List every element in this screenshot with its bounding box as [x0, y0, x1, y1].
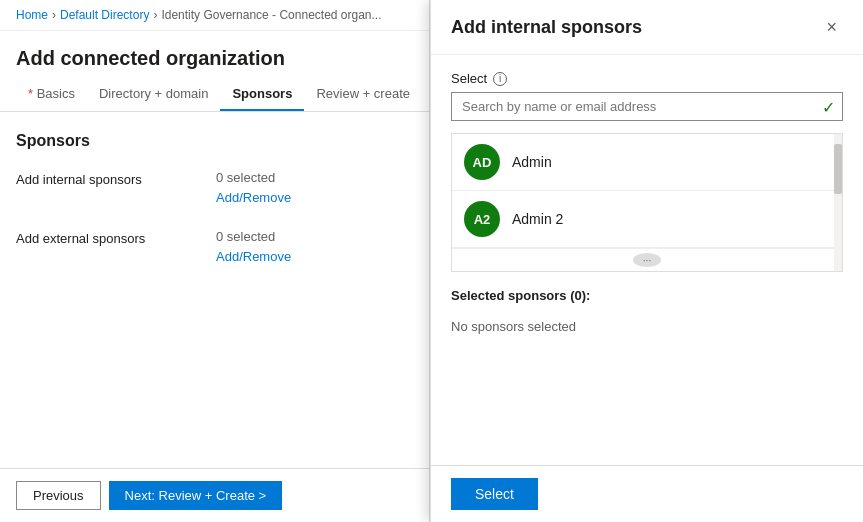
- tab-sponsors[interactable]: Sponsors: [220, 78, 304, 111]
- breadcrumb-sep1: ›: [52, 8, 56, 22]
- previous-button[interactable]: Previous: [16, 481, 101, 510]
- next-button[interactable]: Next: Review + Create >: [109, 481, 283, 510]
- list-scrollbar[interactable]: [834, 134, 842, 271]
- breadcrumb-sep2: ›: [153, 8, 157, 22]
- panel-title: Add internal sponsors: [451, 17, 642, 38]
- user-item-admin2[interactable]: A2 Admin 2: [452, 191, 842, 248]
- breadcrumb: Home › Default Directory › Identity Gove…: [0, 0, 429, 31]
- internal-sponsors-info: 0 selected Add/Remove: [216, 170, 413, 205]
- close-button[interactable]: ×: [820, 16, 843, 38]
- search-check-icon: ✓: [822, 97, 835, 116]
- internal-sponsors-label: Add internal sponsors: [16, 170, 216, 187]
- page-footer: Previous Next: Review + Create >: [0, 468, 429, 522]
- internal-sponsors-row: Add internal sponsors 0 selected Add/Rem…: [16, 170, 413, 205]
- main-page: Home › Default Directory › Identity Gove…: [0, 0, 430, 522]
- list-scrollbar-thumb: [834, 144, 842, 194]
- no-sponsors-text: No sponsors selected: [451, 311, 843, 342]
- external-sponsors-label: Add external sponsors: [16, 229, 216, 246]
- select-button[interactable]: Select: [451, 478, 538, 510]
- sponsors-section-title: Sponsors: [16, 132, 413, 150]
- breadcrumb-current: Identity Governance - Connected organ...: [161, 8, 381, 22]
- side-panel: Add internal sponsors × Select i ✓ AD Ad…: [430, 0, 863, 522]
- page-title: Add connected organization: [0, 31, 429, 78]
- panel-body: Select i ✓ AD Admin A2: [431, 55, 863, 465]
- info-icon[interactable]: i: [493, 72, 507, 86]
- main-content: Sponsors Add internal sponsors 0 selecte…: [0, 112, 429, 468]
- selected-section: Selected sponsors (0): No sponsors selec…: [451, 288, 843, 342]
- breadcrumb-home[interactable]: Home: [16, 8, 48, 22]
- external-sponsors-row: Add external sponsors 0 selected Add/Rem…: [16, 229, 413, 264]
- avatar-admin: AD: [464, 144, 500, 180]
- internal-sponsors-count: 0 selected: [216, 170, 413, 185]
- panel-header: Add internal sponsors ×: [431, 0, 863, 55]
- tab-directory-domain[interactable]: Directory + domain: [87, 78, 220, 111]
- selected-sponsors-title: Selected sponsors (0):: [451, 288, 843, 303]
- tabs-container: Basics Directory + domain Sponsors Revie…: [0, 78, 429, 112]
- panel-footer: Select: [431, 465, 863, 522]
- avatar-admin2: A2: [464, 201, 500, 237]
- select-label: Select i: [451, 71, 843, 86]
- tab-basics[interactable]: Basics: [16, 78, 87, 111]
- more-dots-icon: ···: [633, 253, 661, 267]
- external-sponsors-info: 0 selected Add/Remove: [216, 229, 413, 264]
- external-sponsors-count: 0 selected: [216, 229, 413, 244]
- internal-add-remove-link[interactable]: Add/Remove: [216, 190, 291, 205]
- tab-review-create[interactable]: Review + create: [304, 78, 422, 111]
- user-list: AD Admin A2 Admin 2 ···: [451, 133, 843, 272]
- user-name-admin: Admin: [512, 154, 552, 170]
- search-container: ✓: [451, 92, 843, 121]
- breadcrumb-default-directory[interactable]: Default Directory: [60, 8, 149, 22]
- search-input[interactable]: [451, 92, 843, 121]
- user-item-admin[interactable]: AD Admin: [452, 134, 842, 191]
- more-indicator: ···: [452, 248, 842, 271]
- external-add-remove-link[interactable]: Add/Remove: [216, 249, 291, 264]
- user-name-admin2: Admin 2: [512, 211, 563, 227]
